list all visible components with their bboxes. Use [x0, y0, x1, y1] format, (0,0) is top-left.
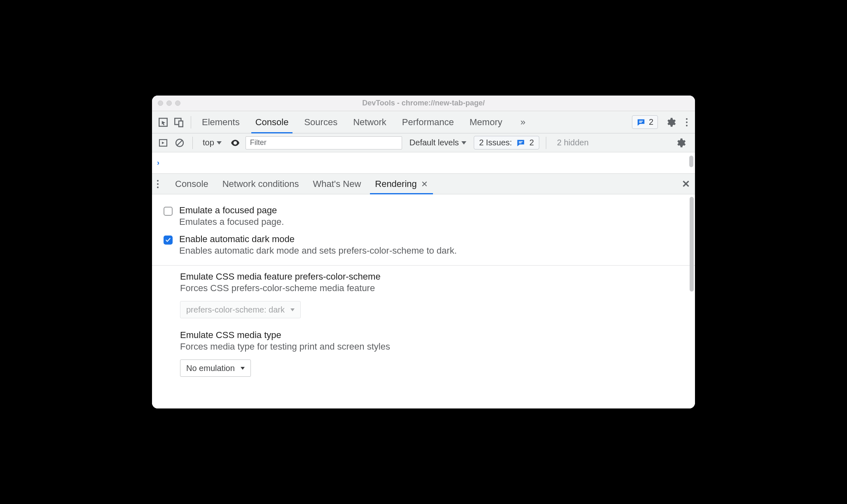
checkbox-enable-dark-mode[interactable] — [164, 236, 173, 245]
drawer-more-button[interactable] — [157, 180, 159, 188]
inspect-element-icon[interactable] — [157, 116, 169, 128]
issues-label: 2 Issues: — [479, 138, 512, 147]
option-description: Forces CSS prefers-color-scheme media fe… — [180, 283, 683, 294]
option-prefers-color-scheme: Emulate CSS media feature prefers-color-… — [180, 271, 683, 318]
close-drawer-button[interactable]: ✕ — [682, 178, 690, 190]
issues-button[interactable]: 2 Issues: 2 — [474, 136, 539, 149]
console-settings-button[interactable] — [675, 138, 686, 148]
separator — [546, 137, 546, 149]
option-emulate-focused-page: Emulate a focused page Emulates a focuse… — [164, 202, 683, 231]
drawer-tab-label: Console — [175, 179, 208, 189]
console-toolbar: top Default levels 2 Issues: 2 2 hidden — [152, 133, 695, 152]
option-description: Forces media type for testing print and … — [180, 341, 683, 352]
toggle-sidebar-icon[interactable] — [157, 137, 169, 149]
message-icon — [636, 118, 646, 127]
drawer-tab-rendering[interactable]: Rendering ✕ — [374, 174, 429, 194]
tab-performance[interactable]: Performance — [401, 112, 455, 133]
prefers-color-scheme-select[interactable]: prefers-color-scheme: dark — [180, 301, 301, 318]
chevron-down-icon — [461, 141, 466, 145]
minimize-window-button[interactable] — [166, 100, 172, 106]
titlebar: DevTools - chrome://new-tab-page/ — [152, 96, 695, 111]
option-description: Emulates a focused page. — [179, 217, 284, 227]
tab-network[interactable]: Network — [352, 112, 387, 133]
device-toggle-icon[interactable] — [173, 116, 185, 128]
rendering-panel: Emulate a focused page Emulates a focuse… — [152, 194, 695, 408]
chevron-down-icon — [217, 141, 222, 145]
option-description: Enables automatic dark mode and sets pre… — [179, 245, 457, 256]
live-expression-icon[interactable] — [229, 137, 241, 149]
checkbox-emulate-focused[interactable] — [164, 207, 173, 216]
tab-memory[interactable]: Memory — [469, 112, 503, 133]
drawer-tab-network-conditions[interactable]: Network conditions — [222, 174, 300, 194]
log-levels-label: Default levels — [409, 138, 459, 147]
svg-rect-3 — [639, 121, 643, 121]
drawer-tab-whats-new[interactable]: What's New — [312, 174, 362, 194]
tab-elements[interactable]: Elements — [201, 112, 241, 133]
console-prompt-area[interactable]: › — [152, 152, 695, 174]
drawer-tabbar: Console Network conditions What's New Re… — [152, 174, 695, 194]
svg-rect-8 — [519, 141, 522, 142]
divider — [152, 265, 695, 266]
media-type-select[interactable]: No emulation — [180, 359, 251, 377]
main-tabs: Elements Console Sources Network Perform… — [201, 112, 629, 133]
drawer-tab-label: Rendering — [375, 179, 417, 189]
drawer-tab-console[interactable]: Console — [174, 174, 209, 194]
settings-button[interactable] — [665, 117, 676, 128]
svg-rect-9 — [519, 142, 521, 143]
window-controls — [158, 100, 180, 106]
message-icon — [516, 138, 525, 147]
console-filter-input[interactable] — [246, 136, 402, 149]
tabs-overflow-button[interactable]: » — [517, 117, 529, 128]
zoom-window-button[interactable] — [175, 100, 180, 106]
select-value: prefers-color-scheme: dark — [186, 305, 285, 315]
drawer-tab-label: Network conditions — [222, 179, 299, 189]
drawer-tab-label: What's New — [313, 179, 361, 189]
prompt-caret-icon: › — [157, 159, 159, 167]
option-media-type: Emulate CSS media type Forces media type… — [180, 330, 683, 377]
hidden-messages-link[interactable]: 2 hidden — [557, 138, 589, 147]
separator — [192, 137, 193, 149]
separator — [191, 116, 191, 128]
main-toolbar: Elements Console Sources Network Perform… — [152, 111, 695, 133]
svg-line-7 — [177, 140, 182, 145]
messages-count: 2 — [649, 117, 653, 127]
window-title: DevTools - chrome://new-tab-page/ — [152, 99, 695, 107]
svg-rect-2 — [179, 121, 183, 126]
close-window-button[interactable] — [158, 100, 163, 106]
context-selector[interactable]: top — [199, 138, 225, 147]
option-title: Emulate CSS media feature prefers-color-… — [180, 271, 683, 282]
close-tab-icon[interactable]: ✕ — [421, 179, 428, 189]
tab-sources[interactable]: Sources — [303, 112, 338, 133]
devtools-window: DevTools - chrome://new-tab-page/ Elemen… — [152, 96, 695, 408]
messages-badge[interactable]: 2 — [632, 115, 658, 129]
issues-count: 2 — [529, 138, 534, 147]
select-value: No emulation — [186, 364, 235, 373]
scrollbar-thumb[interactable] — [689, 156, 693, 167]
option-enable-dark-mode: Enable automatic dark mode Enables autom… — [164, 231, 683, 259]
log-levels-selector[interactable]: Default levels — [406, 138, 470, 147]
option-title: Emulate a focused page — [179, 205, 284, 216]
context-label: top — [203, 138, 214, 147]
chevron-down-icon — [290, 308, 295, 311]
clear-console-icon[interactable] — [173, 137, 186, 149]
chevron-down-icon — [241, 367, 245, 370]
option-title: Emulate CSS media type — [180, 330, 683, 341]
more-options-button[interactable] — [683, 118, 690, 126]
scrollbar-thumb[interactable] — [690, 197, 694, 292]
option-title: Enable automatic dark mode — [179, 234, 457, 245]
svg-rect-4 — [639, 122, 641, 123]
tab-console[interactable]: Console — [255, 112, 290, 133]
